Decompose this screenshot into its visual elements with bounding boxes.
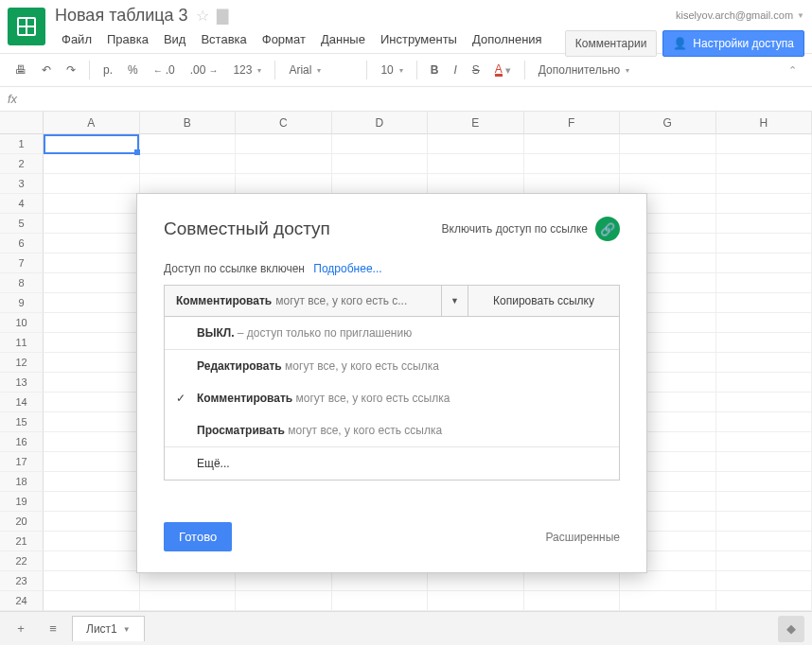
permission-selected-strong: Комментировать (176, 294, 272, 307)
permission-dropdown-icon[interactable]: ▼ (441, 286, 468, 316)
share-dialog: Совместный доступ Включить доступ по ссы… (136, 193, 647, 573)
option-more[interactable]: Ещё... (165, 447, 619, 480)
link-icon: 🔗 (595, 217, 620, 241)
advanced-link[interactable]: Расширенные (545, 531, 620, 544)
link-status-text: Доступ по ссылке включен (164, 262, 305, 275)
permission-selected-rest: могут все, у кого есть с... (275, 294, 430, 307)
learn-more-link[interactable]: Подробнее... (313, 262, 381, 275)
dialog-title: Совместный доступ (164, 218, 442, 239)
option-edit[interactable]: Редактировать могут все, у кого есть ссы… (165, 350, 619, 382)
option-off[interactable]: ВЫКЛ. – доступ только по приглашению (165, 317, 619, 349)
permission-dropdown-menu: ВЫКЛ. – доступ только по приглашению Ред… (164, 317, 620, 481)
enable-link-label: Включить доступ по ссылке (442, 222, 589, 236)
enable-link-sharing[interactable]: Включить доступ по ссылке 🔗 (442, 217, 621, 241)
done-button[interactable]: Готово (164, 522, 232, 551)
option-comment[interactable]: Комментировать могут все, у кого есть сс… (165, 382, 619, 414)
share-dialog-overlay: Совместный доступ Включить доступ по ссы… (0, 0, 812, 664)
permission-select[interactable]: Комментировать могут все, у кого есть с.… (165, 286, 441, 316)
copy-link-button[interactable]: Копировать ссылку (468, 286, 619, 316)
option-view[interactable]: Просматривать могут все, у кого есть ссы… (165, 414, 619, 446)
